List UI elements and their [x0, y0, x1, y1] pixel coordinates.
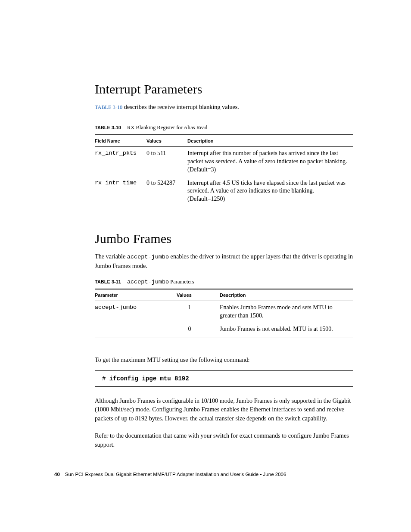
xref-table-3-10[interactable]: TABLE 3-10: [95, 104, 122, 110]
table-accept-jumbo: Parameter Values Description accept-jumb…: [95, 289, 353, 337]
cell-description: Enables Jumbo Frames mode and sets MTU t…: [220, 301, 353, 323]
caption-text: Parameters: [169, 279, 194, 285]
cell-field-name: rx_intr_pkts: [95, 146, 146, 176]
code-block: # ifconfig ipge mtu 8192: [95, 370, 353, 387]
cell-parameter: [95, 323, 177, 337]
table-row: rx_intr_time 0 to 524287 Interrupt after…: [95, 177, 353, 207]
footer-title: Sun PCI-Express Dual Gigabit Ethernet MM…: [65, 472, 286, 477]
page-number: 40: [54, 472, 60, 477]
table-row: rx_intr_pkts 0 to 511 Interrupt after th…: [95, 146, 353, 176]
col-field-name: Field Name: [95, 135, 146, 147]
table-row: accept-jumbo 1 Enables Jumbo Frames mode…: [95, 301, 353, 323]
cell-values: 0 to 511: [146, 146, 187, 176]
code-prompt: #: [102, 375, 109, 382]
cell-field-name: rx_intr_time: [95, 177, 146, 207]
page-content: Interrupt Parameters TABLE 3-10 describe…: [95, 82, 353, 458]
cell-values: 0 to 524287: [146, 177, 187, 207]
cell-description: Interrupt after 4.5 US ticks have elapse…: [187, 177, 353, 207]
caption-text: RX Blanking Register for Alias Read: [127, 124, 207, 131]
para-jumbo-configurable: Although Jumbo Frames is configurable in…: [95, 396, 353, 423]
intro-interrupt: TABLE 3-10 describes the receive interru…: [95, 103, 353, 112]
cell-values: 0: [177, 323, 220, 337]
caption-table-3-11: TABLE 3-11accept-jumbo Parameters: [95, 279, 353, 285]
col-parameter: Parameter: [95, 289, 177, 301]
intro-pre: The variable: [95, 253, 127, 260]
cell-description: Interrupt after this number of packets h…: [187, 146, 353, 176]
code-command: ifconfig ipge mtu 8192: [109, 375, 189, 382]
table-row: 0 Jumbo Frames is not enabled. MTU is at…: [95, 323, 353, 337]
page-footer: 40Sun PCI-Express Dual Gigabit Ethernet …: [54, 472, 286, 477]
col-description: Description: [187, 135, 353, 147]
caption-label: TABLE 3-11: [95, 279, 121, 284]
col-values: Values: [146, 135, 187, 147]
heading-interrupt-parameters: Interrupt Parameters: [95, 82, 353, 96]
intro-text: describes the receive interrupt blanking…: [122, 103, 239, 110]
para-refer-docs: Refer to the documentation that came wit…: [95, 431, 353, 449]
cell-values: 1: [177, 301, 220, 323]
intro-jumbo: The variable accept-jumbo enables the dr…: [95, 252, 353, 270]
table-header-row: Parameter Values Description: [95, 289, 353, 301]
cell-description: Jumbo Frames is not enabled. MTU is at 1…: [220, 323, 353, 337]
table-header-row: Field Name Values Description: [95, 135, 353, 147]
intro-code: accept-jumbo: [127, 254, 169, 260]
table-rx-blanking: Field Name Values Description rx_intr_pk…: [95, 134, 353, 207]
heading-jumbo-frames: Jumbo Frames: [95, 231, 353, 246]
caption-code: accept-jumbo: [127, 279, 169, 285]
cell-parameter: accept-jumbo: [95, 301, 177, 323]
col-description: Description: [220, 289, 353, 301]
caption-table-3-10: TABLE 3-10RX Blanking Register for Alias…: [95, 124, 353, 131]
col-values: Values: [177, 289, 220, 301]
para-mtu-command: To get the maximum MTU setting use the f…: [95, 355, 353, 364]
caption-label: TABLE 3-10: [95, 125, 121, 130]
